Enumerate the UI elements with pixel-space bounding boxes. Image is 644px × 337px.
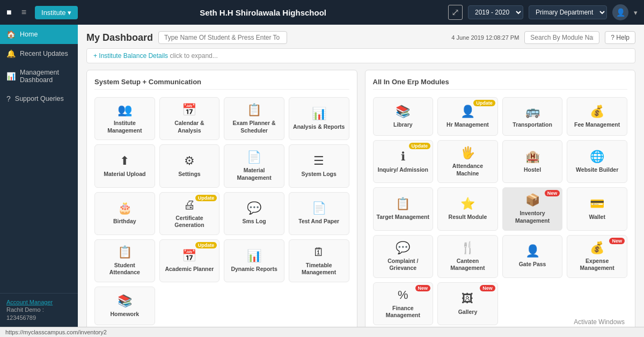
aio-module-card-inquiry-admission[interactable]: UpdateℹInquiry/ Admission [373,140,434,183]
aio-module-card-complaint-grievance[interactable]: 💬Complaint / Grievance [373,235,434,278]
search-student-input[interactable] [158,31,287,44]
aio-module-icon: 💰 [590,241,604,255]
aio-module-card-target-management[interactable]: 📋Target Management [373,187,434,230]
module-card-settings[interactable]: ⚙Settings [159,144,220,187]
module-icon: 📅 [182,249,196,263]
module-icon: 📊 [312,107,326,121]
aio-module-card-expense-management[interactable]: New💰Expense Management [567,235,627,278]
module-icon: 👥 [118,103,132,117]
module-card-sms-log[interactable]: 💬Sms Log [224,192,284,235]
aio-module-card-gallery[interactable]: New🖼Gallery [437,282,498,325]
module-icon: 📊 [247,249,261,263]
aio-module-card-hr-management[interactable]: Update👤Hr Management [437,97,498,136]
department-selector[interactable]: Primary Department [529,5,607,19]
module-card-birthday[interactable]: 🎂Birthday [94,192,155,235]
aio-module-label: Inquiry/ Admission [378,166,428,174]
aio-module-icon: 🌐 [590,150,604,164]
aio-module-label: Target Management [377,214,429,221]
module-label: Exam Planner & Scheduler [228,120,281,134]
module-card-institute-management[interactable]: 👥Institute Management [94,97,155,140]
module-card-student-attendance[interactable]: 📋Student Attendance [94,239,155,282]
module-label: Dynamic Reports [231,266,277,273]
module-card-calendar-&-analysis[interactable]: 📅Calendar & Analysis [159,97,220,140]
module-icon: 📄 [312,201,326,215]
aio-module-card-finance-management[interactable]: New%Finance Management [373,282,434,325]
module-card-material-upload[interactable]: ⬆Material Upload [94,144,155,187]
avatar[interactable]: 👤 [612,4,628,20]
hamburger-icon[interactable]: ≡ [21,8,26,17]
module-label: Birthday [113,218,136,225]
aio-module-card-library[interactable]: 📚Library [373,97,434,136]
module-icon: ⚙ [184,154,195,168]
module-card-dynamic-reports[interactable]: 📊Dynamic Reports [224,239,284,282]
module-card-academic-planner[interactable]: Update📅Academic Planner [159,239,220,282]
aio-module-card-result-module[interactable]: ⭐Result Module [437,187,498,230]
aio-module-card-transportation[interactable]: 🚌Transportation [502,97,563,136]
module-card-material-management[interactable]: 📄Material Management [224,144,284,187]
aio-module-icon: 📚 [396,105,410,119]
aio-module-icon: 🏨 [525,150,540,164]
aio-module-icon: 💳 [590,197,604,211]
module-label: Timetable Management [292,262,346,276]
avatar-chevron-icon[interactable]: ▾ [634,9,638,17]
sidebar-item-recent-updates[interactable]: 🔔 Recent Updates [0,44,78,63]
module-icon: 🖨 [184,198,195,212]
question-icon: ? [6,94,11,103]
institute-button[interactable]: Institute ▾ [35,6,78,19]
module-icon: ⬆ [120,154,129,168]
badge-new: New [480,285,495,291]
aio-module-icon: 💰 [590,105,604,119]
module-card-system-logs[interactable]: ☰System Logs [289,144,349,187]
dashboard-date: 4 June 2019 12:08:27 PM [451,34,519,41]
module-label: Institute Management [98,120,151,134]
aio-module-card-canteen-management[interactable]: 🍴Canteen Management [437,235,498,278]
module-label: Material Management [228,167,281,181]
aio-module-label: Fee Management [574,121,620,129]
aio-module-label: Result Module [449,214,487,221]
module-card-homework[interactable]: 📚Homework [94,287,155,325]
module-card-timetable-management[interactable]: 🗓Timetable Management [289,239,349,282]
aio-module-card-fee-management[interactable]: 💰Fee Management [567,97,627,136]
aio-module-label: Finance Management [377,305,430,319]
module-label: Sms Log [242,218,266,225]
aio-module-label: Hr Management [447,121,489,129]
sidebar-item-management-dashboard[interactable]: 📊 Management Dashboard [0,63,78,89]
aio-module-label: Complaint / Grievance [377,258,430,272]
module-label: Certificate Generation [163,215,216,229]
aio-module-card-wallet[interactable]: 💳Wallet [567,187,627,230]
aio-module-label: Wallet [589,214,605,221]
account-manager-link[interactable]: Account Manager [6,299,71,305]
all-in-one-panel: All In One Erp Modules 📚LibraryUpdate👤Hr… [365,70,636,327]
module-card-analysis-&-reports[interactable]: 📊Analysis & Reports [289,97,349,140]
module-card-exam-planner-&-scheduler[interactable]: 📋Exam Planner & Scheduler [224,97,284,140]
module-icon: 📋 [247,103,261,117]
help-button[interactable]: ? Help [605,31,635,44]
search-module-input[interactable] [524,31,599,44]
sidebar: 🏠 Home 🔔 Recent Updates 📊 Management Das… [0,25,78,327]
aio-module-icon: 👤 [525,244,540,258]
year-selector[interactable]: 2019 - 2020 [468,5,523,19]
balance-bar[interactable]: + Institute Balance Details click to exp… [86,48,635,63]
module-icon: 🗓 [313,245,325,259]
aio-module-label: Transportation [513,121,552,129]
main-layout: 🏠 Home 🔔 Recent Updates 📊 Management Das… [0,25,644,327]
sidebar-item-support-queries[interactable]: ? Support Queries [0,89,78,108]
module-card-certificate-generation[interactable]: Update🖨Certificate Generation [159,192,220,235]
aio-module-card-inventory-management[interactable]: New📦Inventory Management [502,187,563,230]
module-card-test-and-paper[interactable]: 📄Test And Paper [289,192,349,235]
aio-module-icon: ℹ [401,150,405,164]
aio-module-card-website-builder[interactable]: 🌐Website Builder [567,140,627,183]
aio-module-card-hostel[interactable]: 🏨Hostel [502,140,563,183]
aio-module-label: Gate Pass [519,261,546,268]
badge-update: Update [195,195,217,201]
aio-module-card-attendance-machine[interactable]: 🖐Attendance Machine [437,140,498,183]
badge-new: New [609,238,625,244]
aio-module-card-gate-pass[interactable]: 👤Gate Pass [502,235,563,278]
sidebar-label-recent-updates: Recent Updates [20,50,68,57]
system-setup-panel: System Setup + Communication 👥Institute … [86,70,357,327]
sidebar-item-home[interactable]: 🏠 Home [0,25,78,44]
module-label: Academic Planner [165,266,214,273]
aio-module-icon: 👤 [460,105,475,119]
external-link-icon[interactable]: ⤢ [448,5,463,20]
home-icon: 🏠 [6,30,16,39]
